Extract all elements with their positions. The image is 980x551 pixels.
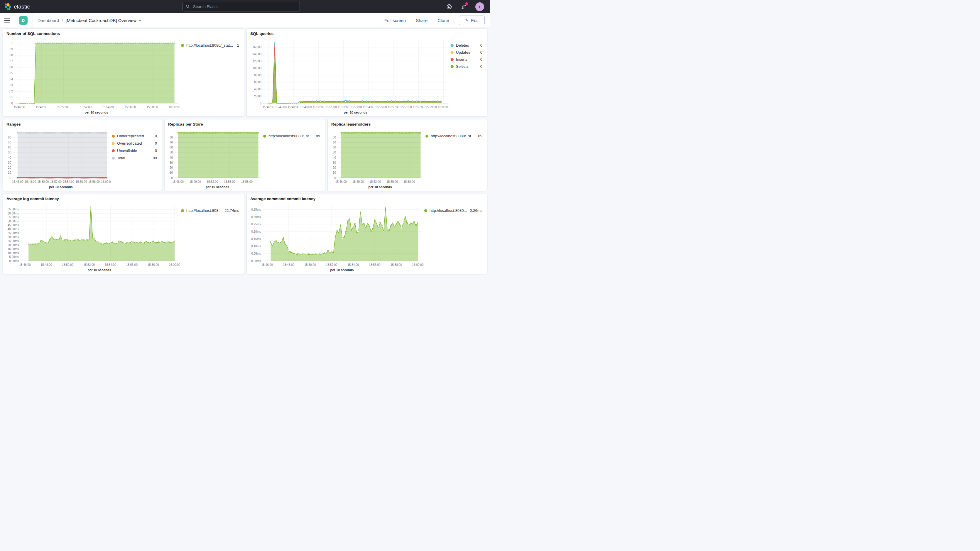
svg-text:60: 60 [333,146,336,149]
series-color-dot [425,135,428,138]
clone-button[interactable]: Clone [438,18,449,23]
svg-text:15:58:00: 15:58:00 [403,180,415,183]
svg-text:60.00ms: 60.00ms [8,212,19,215]
svg-text:15:52:00: 15:52:00 [80,106,92,109]
page-title: [Metricbeat CockroachDB] Overview [66,18,137,23]
breadcrumb-dashboard-link[interactable]: Dashboard [38,18,59,23]
svg-text:per 10 seconds: per 10 seconds [368,185,392,189]
log-commit-latency-chart-plot[interactable]: 0.00ms5.00ms10.00ms15.00ms20.00ms25.00ms… [5,201,180,273]
svg-text:15:56:00: 15:56:00 [126,263,138,266]
svg-text:15:48:00: 15:48:00 [41,263,52,266]
svg-text:8,000: 8,000 [254,74,261,77]
elastic-logo[interactable]: elastic [4,3,30,11]
chart-canvas: 0102030405060708015:46:0015:48:0015:50:0… [5,127,111,190]
svg-text:15:46:00: 15:46:00 [12,180,24,183]
chart-canvas: 0.00ms0.05ms0.10ms0.15ms0.20ms0.25ms0.30… [248,201,424,273]
legend-label: Total [117,156,125,160]
legend-label: http://localhost:8080/_sta... [269,134,313,138]
legend-item[interactable]: Underreplicated0 [112,134,157,138]
svg-text:15:46:00: 15:46:00 [262,106,274,109]
dashboard-badge[interactable]: D [19,16,27,25]
panel-title: Replicas per Store [165,119,325,127]
panel-title: Replica leaseholders [328,119,487,127]
svg-text:per 10 seconds: per 10 seconds [84,111,108,114]
share-button[interactable]: Share [416,18,428,23]
legend-item[interactable]: Inserts0 [451,57,482,62]
legend-item[interactable]: Total89 [112,156,157,160]
svg-text:2,000: 2,000 [254,95,261,98]
chart-legend: http://localhost:8080/_sta...89 [425,127,486,190]
svg-text:15:58:00: 15:58:00 [413,106,424,109]
svg-text:10: 10 [170,171,173,174]
svg-text:0.2: 0.2 [9,90,13,93]
svg-text:15:46:00: 15:46:00 [261,263,273,266]
legend-label: http://localhost:8080/_sta... [431,134,475,138]
full-screen-button[interactable]: Full screen [384,18,406,23]
ranges-chart-plot[interactable]: 0102030405060708015:46:0015:48:0015:50:0… [5,127,111,190]
svg-text:15:58:00: 15:58:00 [391,263,402,266]
svg-text:15:52:00: 15:52:00 [338,106,349,109]
svg-text:0.30ms: 0.30ms [251,215,261,218]
legend-value: 0 [152,134,157,138]
sql-queries-chart-plot[interactable]: 02,0004,0006,0008,00010,00012,00014,0001… [248,36,450,116]
edit-button[interactable]: ✎ Edit [459,16,485,25]
legend-label: Underreplicated [117,134,144,138]
svg-text:0.00ms: 0.00ms [9,260,19,263]
global-search[interactable] [183,2,300,11]
svg-text:30.00ms: 30.00ms [8,236,19,239]
svg-text:15:50:00: 15:50:00 [305,263,316,266]
svg-text:0.8: 0.8 [9,54,13,57]
svg-text:per 10 seconds: per 10 seconds [206,185,229,189]
svg-text:15:54:00: 15:54:00 [102,106,113,109]
svg-text:0.15ms: 0.15ms [251,237,261,240]
series-color-dot [112,149,115,152]
dashboard-title-menu[interactable]: [Metricbeat CockroachDB] Overview [66,18,142,23]
svg-text:15:54:00: 15:54:00 [347,263,359,266]
svg-text:50: 50 [333,151,336,154]
svg-text:15:55:00: 15:55:00 [224,180,235,183]
svg-text:30: 30 [333,161,336,164]
legend-label: Selects [456,64,469,68]
svg-text:15:50:00: 15:50:00 [58,106,69,109]
legend-item[interactable]: Unavailable0 [112,148,157,153]
legend-item[interactable]: Deletes0 [451,43,482,48]
replicas-per-store-chart-plot[interactable]: 0102030405060708015:46:0015:49:0015:52:0… [166,127,262,190]
svg-text:80: 80 [333,136,336,139]
series-color-dot [112,135,115,138]
newsfeed-icon[interactable] [461,3,467,10]
user-avatar[interactable]: r [475,2,484,11]
svg-text:12,000: 12,000 [252,60,261,63]
svg-text:15:56:00: 15:56:00 [76,180,87,183]
chart-legend: http://localhost:8080...0.26ms [424,201,486,273]
search-input[interactable] [192,4,297,9]
search-icon [186,5,190,9]
legend-value: 22.74ms [221,208,239,213]
svg-text:30: 30 [170,161,173,164]
series-color-dot [112,142,115,145]
svg-text:16,000: 16,000 [252,46,261,49]
legend-item[interactable]: Updates0 [451,50,482,54]
replica-leaseholders-chart-plot[interactable]: 0102030405060708015:46:0015:49:0015:52:0… [329,127,425,190]
legend-item[interactable]: http://localhost:8080/_sta...89 [263,134,320,138]
panel-title: SQL queries [247,29,487,36]
svg-text:30: 30 [8,161,11,164]
command-commit-latency-chart-plot[interactable]: 0.00ms0.05ms0.10ms0.15ms0.20ms0.25ms0.30… [248,201,424,273]
chart-canvas: 02,0004,0006,0008,00010,00012,00014,0001… [248,36,450,116]
legend-item[interactable]: http://localhost:8080/_stat...1 [181,43,239,48]
help-icon[interactable] [446,3,452,10]
series-color-dot [451,58,453,61]
pencil-icon: ✎ [465,18,469,23]
legend-item[interactable]: http://localhost:8080/_sta...89 [425,134,482,138]
svg-text:0: 0 [260,102,261,105]
panel-command-commit-latency: Average command commit latency 0.00ms0.0… [247,194,487,274]
legend-item[interactable]: http://localhost:808...22.74ms [181,208,239,213]
legend-item[interactable]: http://localhost:8080...0.26ms [424,208,482,213]
legend-item[interactable]: Overreplicated0 [112,141,157,145]
svg-text:0.5: 0.5 [9,72,13,75]
sql-connections-chart-plot[interactable]: 00.10.20.30.40.50.60.70.80.9115:46:0015:… [5,36,180,116]
menu-button[interactable] [0,13,14,27]
legend-item[interactable]: Selects0 [451,64,482,68]
panel-title: Average command commit latency [247,194,487,201]
svg-text:16:00:00: 16:00:00 [169,263,180,266]
panel-title: Ranges [3,119,162,127]
